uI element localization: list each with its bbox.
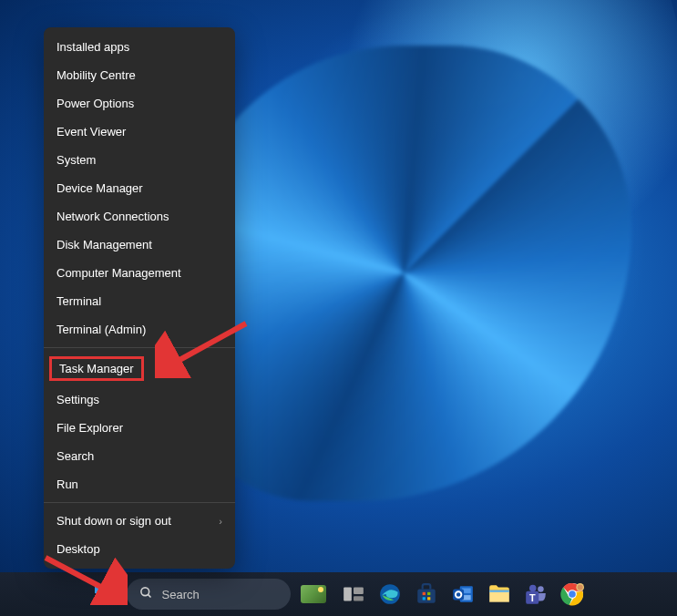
menu-item-terminal-admin[interactable]: Terminal (Admin) [44, 315, 235, 344]
menu-item-label: Power Options [56, 97, 134, 110]
start-button[interactable] [88, 578, 121, 611]
menu-item-label: System [56, 153, 96, 167]
svg-point-22 [538, 586, 544, 592]
svg-text:T: T [528, 592, 535, 603]
menu-item-file-explorer[interactable]: File Explorer [44, 414, 235, 442]
menu-item-label: Disk Management [56, 238, 152, 252]
taskbar-search[interactable]: Search [127, 579, 291, 610]
outlook-icon[interactable] [446, 577, 480, 611]
menu-item-label: Terminal [56, 294, 101, 308]
svg-point-28 [569, 590, 576, 598]
svg-rect-10 [417, 590, 436, 603]
chrome-icon[interactable] [555, 577, 590, 611]
menu-item-shutdown[interactable]: Shut down or sign out› [44, 507, 235, 535]
menu-item-search[interactable]: Search [44, 442, 235, 470]
teams-icon[interactable]: T [518, 577, 553, 611]
menu-item-label: Shut down or sign out [56, 514, 171, 528]
menu-item-label: Network Connections [56, 210, 169, 223]
svg-rect-11 [422, 592, 425, 595]
windows-logo-icon [95, 584, 115, 604]
menu-item-label: Run [56, 477, 78, 491]
search-icon [139, 586, 153, 602]
weather-icon [301, 585, 326, 603]
svg-rect-21 [489, 590, 509, 592]
menu-item-device-manager[interactable]: Device Manager [44, 174, 235, 202]
menu-item-label: Mobility Centre [56, 68, 136, 82]
menu-item-power-options[interactable]: Power Options [44, 89, 235, 118]
search-placeholder: Search [162, 588, 200, 601]
menu-item-event-viewer[interactable]: Event Viewer [44, 118, 235, 146]
svg-rect-7 [354, 587, 364, 594]
menu-item-installed-apps[interactable]: Installed apps [44, 33, 235, 61]
menu-item-run[interactable]: Run [44, 470, 235, 498]
menu-item-label: Task Manager [49, 356, 144, 381]
menu-item-settings[interactable]: Settings [44, 385, 235, 414]
menu-item-task-manager[interactable]: Task Manager [44, 352, 235, 385]
menu-item-label: Device Manager [56, 181, 143, 195]
svg-rect-6 [344, 587, 352, 601]
menu-item-label: Terminal (Admin) [56, 323, 146, 336]
chevron-right-icon: › [219, 516, 222, 527]
menu-item-label: Computer Management [56, 266, 181, 280]
svg-rect-14 [427, 597, 430, 600]
svg-point-23 [528, 585, 536, 592]
winx-context-menu: Installed appsMobility CentrePower Optio… [44, 27, 235, 569]
task-view-icon[interactable] [336, 577, 371, 611]
menu-item-terminal[interactable]: Terminal [44, 287, 235, 315]
edge-icon[interactable] [373, 577, 407, 611]
menu-item-desktop[interactable]: Desktop [44, 535, 235, 563]
menu-item-label: Desktop [56, 542, 100, 556]
menu-item-label: Settings [56, 393, 99, 406]
menu-item-label: Event Viewer [56, 125, 126, 139]
svg-rect-13 [422, 597, 425, 600]
svg-point-30 [577, 584, 582, 590]
microsoft-store-icon[interactable] [409, 577, 444, 611]
menu-item-mobility-centre[interactable]: Mobility Centre [44, 61, 235, 89]
svg-rect-8 [354, 596, 364, 601]
svg-point-4 [140, 588, 149, 596]
menu-item-label: File Explorer [56, 421, 123, 435]
menu-item-label: Installed apps [56, 40, 129, 54]
taskbar: Search T [0, 572, 677, 616]
menu-item-network-connections[interactable]: Network Connections [44, 202, 235, 231]
menu-separator [44, 502, 235, 503]
menu-item-label: Search [56, 449, 94, 463]
svg-line-5 [148, 594, 150, 597]
menu-separator [44, 347, 235, 348]
menu-item-system[interactable]: System [44, 146, 235, 174]
file-explorer-icon[interactable] [482, 577, 517, 611]
menu-item-disk-management[interactable]: Disk Management [44, 231, 235, 259]
svg-rect-12 [427, 592, 430, 595]
widgets-button[interactable] [296, 577, 331, 611]
menu-item-computer-management[interactable]: Computer Management [44, 259, 235, 287]
